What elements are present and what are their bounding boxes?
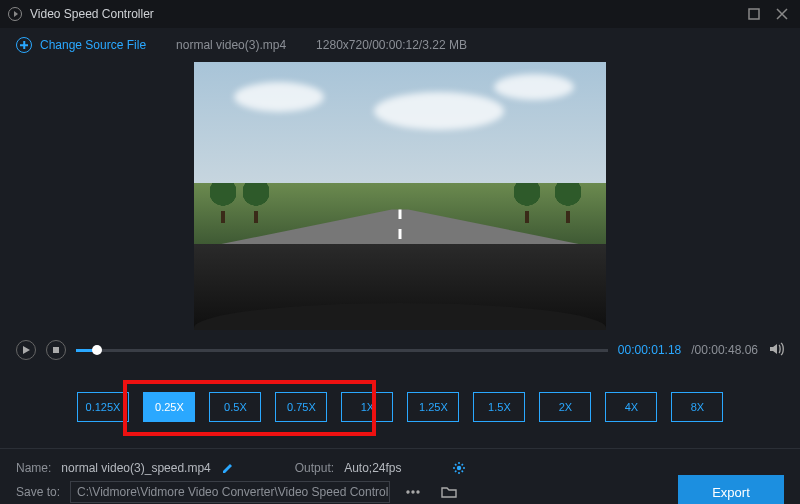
plus-circle-icon — [16, 37, 32, 53]
name-value: normal video(3)_speed.mp4 — [61, 461, 210, 475]
svg-point-5 — [417, 491, 419, 493]
progress-bar[interactable] — [76, 349, 608, 352]
duration-time: /00:00:48.06 — [691, 343, 758, 357]
output-label: Output: — [295, 461, 334, 475]
source-filename: normal video(3).mp4 — [176, 38, 286, 52]
export-label: Export — [712, 485, 750, 500]
speed-option-1X[interactable]: 1X — [341, 392, 393, 422]
speed-options-row: 0.125X0.25X0.5X0.75X1X1.25X1.5X2X4X8X — [14, 366, 786, 440]
source-toolbar: Change Source File normal video(3).mp4 1… — [0, 28, 800, 62]
export-button[interactable]: Export — [678, 475, 784, 504]
name-label: Name: — [16, 461, 51, 475]
svg-point-3 — [407, 491, 409, 493]
speed-option-1-5X[interactable]: 1.5X — [473, 392, 525, 422]
volume-icon[interactable] — [768, 341, 784, 360]
video-preview[interactable] — [194, 62, 606, 330]
speed-option-0-25X[interactable]: 0.25X — [143, 392, 195, 422]
app-logo-icon — [8, 7, 22, 21]
saveto-path[interactable]: C:\Vidmore\Vidmore Video Converter\Video… — [70, 481, 390, 503]
svg-rect-0 — [749, 9, 759, 19]
maximize-button[interactable] — [744, 4, 764, 24]
separator — [0, 448, 800, 449]
change-source-label: Change Source File — [40, 38, 146, 52]
output-settings-button[interactable] — [452, 461, 466, 475]
speed-option-8X[interactable]: 8X — [671, 392, 723, 422]
speed-option-0-5X[interactable]: 0.5X — [209, 392, 261, 422]
window-title: Video Speed Controller — [30, 7, 154, 21]
svg-point-4 — [412, 491, 414, 493]
speed-option-0-125X[interactable]: 0.125X — [77, 392, 130, 422]
play-button[interactable] — [16, 340, 36, 360]
close-button[interactable] — [772, 4, 792, 24]
change-source-button[interactable]: Change Source File — [16, 37, 146, 53]
output-value: Auto;24fps — [344, 461, 401, 475]
speed-option-1-25X[interactable]: 1.25X — [407, 392, 459, 422]
stop-button[interactable] — [46, 340, 66, 360]
speed-option-4X[interactable]: 4X — [605, 392, 657, 422]
current-time: 00:00:01.18 — [618, 343, 681, 357]
open-folder-button[interactable] — [436, 481, 462, 503]
browse-path-button[interactable] — [400, 481, 426, 503]
svg-rect-1 — [53, 347, 59, 353]
source-meta: 1280x720/00:00:12/3.22 MB — [316, 38, 467, 52]
video-preview-area — [0, 62, 800, 330]
speed-option-0-75X[interactable]: 0.75X — [275, 392, 327, 422]
speed-option-2X[interactable]: 2X — [539, 392, 591, 422]
edit-name-button[interactable] — [221, 461, 235, 475]
titlebar: Video Speed Controller — [0, 0, 800, 28]
svg-point-2 — [456, 466, 460, 470]
saveto-label: Save to: — [16, 485, 60, 499]
player-controls: 00:00:01.18/00:00:48.06 — [0, 330, 800, 366]
bottom-panel: Name: normal video(3)_speed.mp4 Output: … — [0, 455, 800, 504]
